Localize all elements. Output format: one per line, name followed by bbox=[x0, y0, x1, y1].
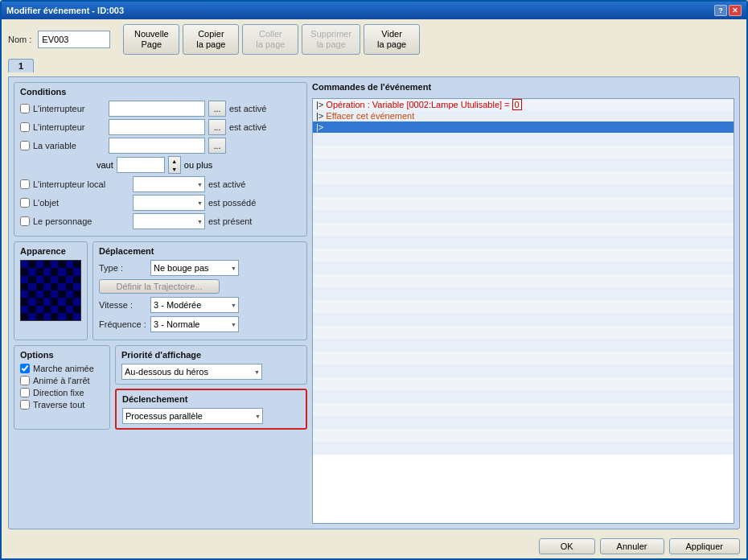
interrupteur2-input[interactable] bbox=[109, 119, 205, 135]
interrupteur-local-suffix: est activé bbox=[208, 179, 245, 189]
conditions-box: Conditions L'interrupteur ... est activé… bbox=[14, 82, 307, 237]
type-label: Type : bbox=[99, 263, 147, 273]
frequence-select-wrapper: 3 - Normale bbox=[150, 316, 239, 332]
anime-arret-checkbox[interactable] bbox=[20, 376, 30, 385]
interrupteur1-dots-button[interactable]: ... bbox=[208, 101, 226, 117]
commands-list[interactable]: |> Opération : Variable [0002:Lampe Utul… bbox=[312, 98, 734, 524]
close-button[interactable]: ✕ bbox=[729, 5, 742, 16]
help-button[interactable]: ? bbox=[714, 5, 727, 16]
interrupteur-local-label: L'interrupteur local bbox=[33, 179, 129, 189]
option-marche: Marche animée bbox=[20, 364, 104, 373]
cmd-empty-21 bbox=[313, 390, 734, 403]
bottom-row: Options Marche animée Animé à l'arrêt Di… bbox=[14, 345, 307, 430]
marche-animee-checkbox[interactable] bbox=[20, 364, 30, 373]
type-select[interactable]: Ne bouge pas bbox=[150, 260, 239, 276]
apparence-box: Apparence bbox=[14, 241, 88, 340]
supprimer-page-button[interactable]: Supprimerla page bbox=[302, 24, 360, 55]
coller-page-button[interactable]: Collerla page bbox=[242, 24, 298, 55]
variable-input[interactable] bbox=[109, 138, 205, 154]
interrupteur2-suffix: est activé bbox=[229, 122, 266, 132]
objet-checkbox[interactable] bbox=[20, 198, 30, 208]
cmd-row-3[interactable]: |> bbox=[313, 121, 734, 133]
declenchement-title: Déclenchement bbox=[122, 394, 300, 404]
condition-row-3: La variable ... bbox=[20, 138, 301, 154]
cmd-empty-7 bbox=[313, 210, 734, 223]
appliquer-button[interactable]: Appliquer bbox=[669, 538, 740, 554]
interrupteur-local-select-wrapper bbox=[133, 176, 205, 192]
ok-button[interactable]: OK bbox=[539, 538, 595, 554]
cmd-row-1[interactable]: |> Opération : Variable [0002:Lampe Utul… bbox=[313, 99, 734, 110]
spin-down-button[interactable]: ▼ bbox=[169, 165, 180, 173]
content-area: Nom : NouvellePage Copierla page Collerl… bbox=[2, 19, 746, 534]
nom-label: Nom : bbox=[8, 35, 31, 44]
interrupteur-local-checkbox[interactable] bbox=[20, 179, 30, 189]
cmd-empty-16 bbox=[313, 326, 734, 339]
deplacement-title: Déplacement bbox=[99, 246, 301, 256]
objet-suffix: est possédé bbox=[208, 198, 256, 208]
cmd-empty-20 bbox=[313, 377, 734, 390]
interrupteur1-checkbox[interactable] bbox=[20, 104, 30, 113]
objet-label: L'objet bbox=[33, 198, 129, 208]
variable-label: La variable bbox=[33, 141, 105, 150]
frequence-select[interactable]: 3 - Normale bbox=[150, 316, 239, 332]
condition-row-personnage: Le personnage est présent bbox=[20, 213, 301, 229]
declenchement-box: Déclenchement Processus parallèle bbox=[115, 389, 307, 430]
deplacement-box: Déplacement Type : Ne bouge pas Définir … bbox=[92, 241, 307, 340]
priorite-title: Priorité d'affichage bbox=[121, 350, 301, 360]
copier-page-button[interactable]: Copierla page bbox=[183, 24, 239, 55]
vaut-spinner[interactable]: ▲ ▼ bbox=[168, 156, 181, 174]
personnage-select-wrapper bbox=[133, 213, 205, 229]
cmd-empty-6 bbox=[313, 197, 734, 210]
cmd-empty-18 bbox=[313, 352, 734, 364]
title-bar: Modifier événement - ID:003 ? ✕ bbox=[2, 2, 746, 19]
window-title: Modifier événement - ID:003 bbox=[6, 6, 124, 15]
declenchement-select-wrapper: Processus parallèle bbox=[122, 408, 263, 424]
nouvelle-page-button[interactable]: NouvellePage bbox=[123, 24, 179, 55]
variable-dots-button[interactable]: ... bbox=[208, 138, 226, 154]
vitesse-label: Vitesse : bbox=[99, 300, 147, 310]
nom-input[interactable] bbox=[38, 31, 110, 48]
footer-buttons: OK Annuler Appliquer bbox=[2, 534, 746, 558]
cmd-empty-25 bbox=[313, 442, 734, 455]
annuler-button[interactable]: Annuler bbox=[600, 538, 664, 554]
priorite-box: Priorité d'affichage Au-dessous du héros bbox=[115, 345, 307, 385]
traverse-tout-checkbox[interactable] bbox=[20, 400, 30, 410]
tab-1[interactable]: 1 bbox=[8, 59, 34, 72]
cmd-empty-10 bbox=[313, 249, 734, 261]
right-panel: Commandes de l'événement |> Opération : … bbox=[312, 82, 734, 524]
interrupteur-local-select[interactable] bbox=[133, 176, 205, 192]
main-window: Modifier événement - ID:003 ? ✕ Nom : No… bbox=[0, 0, 748, 560]
vaut-input[interactable] bbox=[117, 157, 165, 173]
interrupteur2-dots-button[interactable]: ... bbox=[208, 119, 226, 135]
vider-page-button[interactable]: Viderla page bbox=[364, 24, 420, 55]
cmd-row-2[interactable]: |> Effacer cet événement bbox=[313, 110, 734, 121]
left-panel: Conditions L'interrupteur ... est activé… bbox=[14, 82, 307, 524]
vitesse-select[interactable]: 3 - Modérée bbox=[150, 297, 239, 313]
appearance-section: Apparence Déplacement Type : Ne bouge pa… bbox=[14, 241, 307, 340]
objet-select[interactable] bbox=[133, 195, 205, 211]
vitesse-select-wrapper: 3 - Modérée bbox=[150, 297, 239, 313]
interrupteur2-checkbox[interactable] bbox=[20, 122, 30, 132]
cmd-empty-9 bbox=[313, 236, 734, 249]
spin-up-button[interactable]: ▲ bbox=[169, 157, 180, 165]
cmd-empty-2 bbox=[313, 146, 734, 159]
tabs-row: 1 bbox=[8, 59, 740, 72]
interrupteur1-input[interactable] bbox=[109, 101, 205, 117]
cmd-empty-17 bbox=[313, 339, 734, 352]
commands-title: Commandes de l'événement bbox=[312, 82, 734, 92]
marche-animee-label: Marche animée bbox=[33, 364, 94, 373]
direction-fixe-checkbox[interactable] bbox=[20, 388, 30, 397]
cmd-empty-24 bbox=[313, 429, 734, 442]
cmd-empty-12 bbox=[313, 274, 734, 287]
declenchement-select[interactable]: Processus parallèle bbox=[122, 408, 263, 424]
option-traverse: Traverse tout bbox=[20, 400, 104, 410]
variable-checkbox[interactable] bbox=[20, 141, 30, 150]
priorite-select[interactable]: Au-dessous du héros bbox=[121, 364, 262, 380]
traverse-tout-label: Traverse tout bbox=[33, 400, 84, 410]
personnage-checkbox[interactable] bbox=[20, 216, 30, 226]
title-bar-buttons: ? ✕ bbox=[714, 5, 742, 16]
cmd-empty-11 bbox=[313, 261, 734, 274]
traj-button[interactable]: Définir la Trajectoire... bbox=[99, 279, 220, 294]
personnage-select[interactable] bbox=[133, 213, 205, 229]
chess-board[interactable] bbox=[20, 260, 81, 321]
